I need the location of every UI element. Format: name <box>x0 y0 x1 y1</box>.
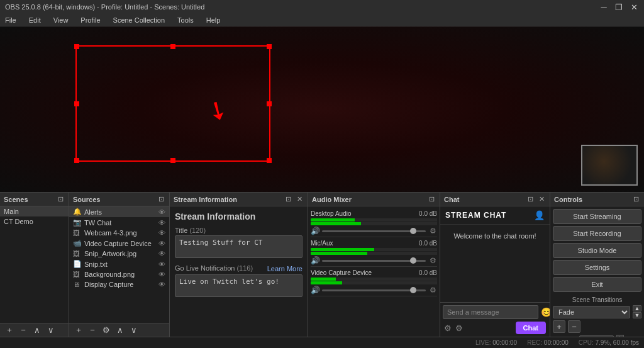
source-item-tw-chat[interactable]: 📷 TW Chat 👁 <box>69 217 169 228</box>
sources-remove-button[interactable]: − <box>87 325 98 335</box>
chat-footer-row: ⚙ ⚙ Chat <box>443 322 547 334</box>
scenes-remove-button[interactable]: − <box>18 325 29 335</box>
desktop-audio-header: Desktop Audio 0.0 dB <box>311 210 437 217</box>
sources-up-button[interactable]: ∧ <box>114 325 126 335</box>
scene-item-ct-demo[interactable]: CT Demo <box>0 216 69 227</box>
background-visible-icon[interactable]: 👁 <box>158 271 165 278</box>
menu-view[interactable]: View <box>51 16 71 24</box>
desktop-meter-ch2 <box>311 222 437 225</box>
desktop-settings-icon[interactable]: ⚙ <box>428 227 437 235</box>
menu-tools[interactable]: Tools <box>175 16 196 24</box>
chat-settings-icon[interactable]: ⚙ <box>444 323 452 333</box>
transitions-add-button[interactable]: + <box>553 320 565 333</box>
sources-settings-button[interactable]: ⚙ <box>101 325 112 335</box>
minimize-button[interactable]: ─ <box>599 3 609 12</box>
source-label-video-capture: Video Capture Device <box>84 240 156 247</box>
go-live-input[interactable]: Live on Twitch let's go! <box>175 274 303 297</box>
menu-file[interactable]: File <box>3 16 19 24</box>
chat-emoji-button[interactable]: 😊 <box>541 307 550 317</box>
transitions-down-button[interactable]: ▼ <box>633 312 641 318</box>
source-label-webcam: Webcam 4-3.png <box>84 229 156 237</box>
transitions-up-button[interactable]: ▲ <box>633 305 641 312</box>
stream-info-close-icon[interactable]: ✕ <box>295 195 304 203</box>
chat-expand-icon[interactable]: ⊡ <box>526 195 535 203</box>
source-item-alerts[interactable]: 🔔 Alerts 👁 <box>69 206 169 217</box>
display-capture-icon: 🖥 <box>73 281 82 288</box>
restore-button[interactable]: ❐ <box>614 3 624 12</box>
desktop-volume-slider[interactable] <box>322 230 426 232</box>
title-bar: OBS 25.0.8 (64-bit, windows) - Profile: … <box>0 0 644 14</box>
display-capture-visible-icon[interactable]: 👁 <box>158 281 165 288</box>
sources-panel-expand-icon[interactable]: ⊡ <box>157 195 165 203</box>
title-input[interactable]: Testing Stuff for CT <box>175 235 303 258</box>
source-item-webcam[interactable]: 🖼 Webcam 4-3.png 👁 <box>69 228 169 238</box>
menu-help[interactable]: Help <box>204 16 223 24</box>
scenes-panel: Scenes ⊡ Main CT Demo + − ∧ ∨ <box>0 193 69 337</box>
scenes-down-button[interactable]: ∨ <box>45 325 57 335</box>
scenes-panel-expand-icon[interactable]: ⊡ <box>56 195 65 203</box>
settings-button[interactable]: Settings <box>553 260 641 275</box>
stream-info-expand-icon[interactable]: ⊡ <box>284 195 292 203</box>
video-capture-audio-db: 0.0 dB <box>419 269 437 276</box>
video-capture-mute-icon[interactable]: 🔊 <box>311 286 319 295</box>
tw-chat-icon: 📷 <box>73 218 82 227</box>
chat-send-button[interactable]: Chat <box>516 322 546 334</box>
snip-txt-visible-icon[interactable]: 👁 <box>158 261 165 268</box>
stream-info-content: Stream Information Title (120) Testing S… <box>170 206 308 337</box>
video-capture-volume-slider[interactable] <box>322 289 426 291</box>
transitions-remove-button[interactable]: − <box>568 320 580 333</box>
scenes-add-button[interactable]: + <box>4 325 15 335</box>
sources-list: 🔔 Alerts 👁 📷 TW Chat 👁 🖼 Webcam 4-3.png … <box>69 206 169 323</box>
scenes-up-button[interactable]: ∧ <box>31 325 43 335</box>
menu-profile[interactable]: Profile <box>78 16 103 24</box>
status-bar: LIVE: 00:00:00 REC: 00:00:00 CPU: 7.9%, … <box>0 337 644 348</box>
chat-input-row: 😊 <box>443 305 547 319</box>
snip-artwork-visible-icon[interactable]: 👁 <box>158 250 165 257</box>
close-button[interactable]: ✕ <box>629 3 639 12</box>
exit-button[interactable]: Exit <box>553 277 641 292</box>
audio-mixer-expand-icon[interactable]: ⊡ <box>427 195 436 203</box>
controls-panel-title: Controls <box>554 196 582 203</box>
background-icon: 🖼 <box>73 271 82 278</box>
live-status: LIVE: 00:00:00 <box>475 339 517 346</box>
mic-volume-slider[interactable] <box>322 260 426 262</box>
controls-expand-icon[interactable]: ⊡ <box>631 195 640 203</box>
live-time: 00:00:00 <box>492 339 517 346</box>
alerts-visible-icon[interactable]: 👁 <box>158 208 165 216</box>
menu-scene-collection[interactable]: Scene Collection <box>111 16 168 24</box>
studio-mode-button[interactable]: Studio Mode <box>553 243 641 258</box>
fps-value: 60.00 fps <box>613 339 639 346</box>
source-item-video-capture[interactable]: 📹 Video Capture Device 👁 <box>69 238 169 249</box>
go-live-field-group: Go Live Notification (116) Learn More Li… <box>175 264 303 298</box>
start-recording-button[interactable]: Start Recording <box>553 226 641 241</box>
start-streaming-button[interactable]: Start Streaming <box>553 209 641 224</box>
mic-audio-name: Mic/Aux <box>311 240 333 247</box>
chat-message-input[interactable] <box>443 305 538 319</box>
chat-close-icon[interactable]: ✕ <box>537 195 546 203</box>
source-item-background[interactable]: 🖼 Background.png 👁 <box>69 269 169 279</box>
source-label-snip-txt: Snip.txt <box>84 261 156 268</box>
controls-panel-header: Controls ⊡ <box>550 193 644 206</box>
audio-mixer-header-icons: ⊡ <box>427 195 436 203</box>
source-item-snip-artwork[interactable]: 🖼 Snip_Artwork.jpg 👁 <box>69 249 169 259</box>
desktop-mute-icon[interactable]: 🔊 <box>311 227 319 235</box>
go-live-learn-more-link[interactable]: Learn More <box>267 265 303 272</box>
snip-txt-icon: 📄 <box>73 260 82 268</box>
chat-gear2-icon[interactable]: ⚙ <box>455 323 463 333</box>
sources-add-button[interactable]: + <box>73 325 84 335</box>
source-item-display-capture[interactable]: 🖥 Display Capture 👁 <box>69 279 169 289</box>
sources-panel-header: Sources ⊡ <box>69 193 169 206</box>
sources-down-button[interactable]: ∨ <box>128 325 140 335</box>
chat-panel-header: Chat ⊡ ✕ <box>440 193 550 206</box>
source-item-snip-txt[interactable]: 📄 Snip.txt 👁 <box>69 259 169 269</box>
webcam-visible-icon[interactable]: 👁 <box>158 229 165 237</box>
video-capture-settings-icon[interactable]: ⚙ <box>428 286 437 295</box>
transitions-select[interactable]: Fade Cut <box>553 306 630 318</box>
mic-settings-icon[interactable]: ⚙ <box>428 256 437 265</box>
video-capture-visible-icon[interactable]: 👁 <box>158 240 165 247</box>
chat-footer-icons: ⚙ ⚙ <box>444 323 463 333</box>
menu-edit[interactable]: Edit <box>26 16 43 24</box>
tw-chat-visible-icon[interactable]: 👁 <box>158 219 165 227</box>
scene-item-main[interactable]: Main <box>0 206 69 216</box>
mic-mute-icon[interactable]: 🔊 <box>311 256 319 265</box>
